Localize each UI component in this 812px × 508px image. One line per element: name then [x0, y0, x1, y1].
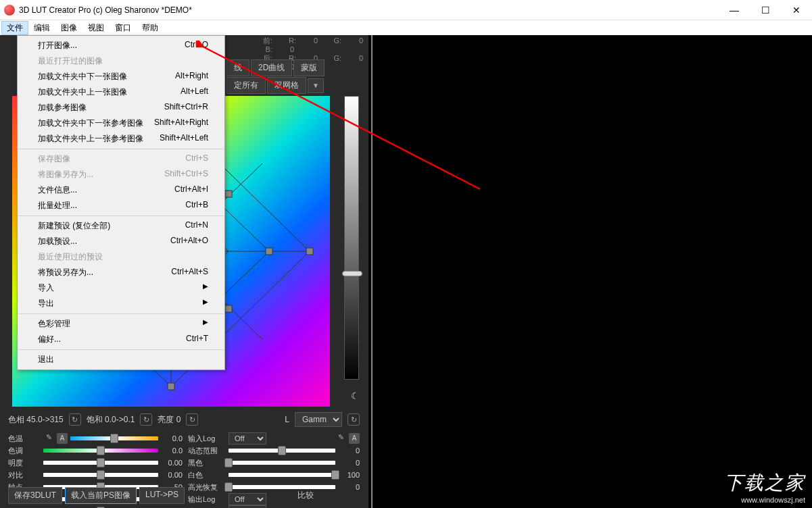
slider-row: 黑色0 [188, 457, 360, 469]
menu-item[interactable]: 加载参考图像Shift+Ctrl+R [18, 100, 224, 116]
slider-row: 色温✎A0.0 [8, 432, 183, 444]
tab-mask[interactable]: 蒙版 [293, 59, 325, 76]
menu-file[interactable]: 文件 [1, 21, 28, 35]
rgb-readout: 前: R:0 G:0 B:0 后: R:0 G:0 B:0 [247, 35, 368, 55]
slider-row: 动态范围0 [188, 444, 360, 457]
slider-knob[interactable] [342, 271, 362, 276]
menu-item[interactable]: 退出 [18, 352, 224, 367]
hue-reset-icon[interactable]: ↻ [69, 413, 81, 426]
slider-label: 明度 [8, 458, 41, 468]
menu-item[interactable]: 加载文件夹中下一张参考图像Shift+Alt+Right [18, 116, 224, 131]
compare-label[interactable]: 比较 [297, 490, 314, 501]
image-viewer [371, 35, 812, 508]
slider-track[interactable] [43, 461, 158, 465]
menu-view[interactable]: 视图 [82, 21, 110, 35]
window-title: 3D LUT Creator Pro (c) Oleg Sharonov *DE… [19, 5, 192, 15]
gamma-reset-icon[interactable]: ↻ [348, 413, 360, 426]
menu-item[interactable]: 加载文件夹中下一张图像Alt+Right [18, 69, 224, 84]
log-panel: 输入LogOff✎A动态范围0黑色0白色100高光恢复0输出LogOff胶片曲线… [188, 432, 360, 508]
slider-label: 黑色 [188, 458, 226, 468]
eyedropper-icon[interactable]: ✎ [335, 433, 346, 444]
close-button[interactable]: ✕ [781, 0, 812, 20]
slider-row: 输入LogOff✎A [188, 432, 360, 444]
menu-item[interactable]: 导入▶ [18, 280, 224, 296]
slider-row: 胶片曲线关闭 [188, 505, 360, 508]
slider-row: 白色100 [188, 469, 360, 481]
slider-track[interactable] [229, 449, 335, 453]
sat-reset-icon[interactable]: ↻ [140, 413, 152, 426]
svg-rect-17 [225, 190, 232, 197]
menu-item[interactable]: 加载文件夹中上一张参考图像Shift+Alt+Left [18, 131, 224, 147]
menu-item[interactable]: 加载预设...Ctrl+Alt+O [18, 234, 224, 249]
param-select[interactable]: 关闭 [229, 505, 266, 508]
lum-label: 亮度 0 [158, 414, 181, 426]
lut-to-ps-button[interactable]: LUT->PS [139, 487, 185, 504]
slider-value: 0 [338, 459, 360, 467]
slider-value: 0.0 [161, 447, 183, 455]
slider-knob[interactable] [110, 434, 118, 443]
slider-knob[interactable] [97, 446, 105, 455]
menu-item[interactable]: 文件信息...Ctrl+Alt+I [18, 182, 224, 198]
slider-value: 0.0 [161, 434, 183, 442]
slider-track[interactable] [229, 473, 335, 477]
slider-knob[interactable] [224, 482, 233, 492]
eyedropper-icon[interactable]: ✎ [43, 433, 54, 444]
slider-value: 0.00 [161, 459, 183, 467]
luminance-slider[interactable] [344, 96, 359, 380]
slider-label: 对比 [8, 470, 41, 480]
slider-knob[interactable] [278, 446, 286, 455]
maximize-button[interactable]: ☐ [750, 0, 781, 20]
slider-label: 高光恢复 [188, 482, 226, 492]
tab-setall[interactable]: 定所有 [226, 77, 266, 94]
auto-button[interactable]: A [349, 433, 360, 444]
slider-track[interactable] [70, 436, 158, 440]
slider-label: 动态范围 [188, 446, 226, 456]
menu-item[interactable]: 将预设另存为...Ctrl+Alt+S [18, 265, 224, 280]
menu-item[interactable]: 加载文件夹中上一张图像Alt+Left [18, 84, 224, 100]
slider-track[interactable] [229, 485, 335, 489]
svg-rect-11 [168, 383, 174, 390]
svg-rect-14 [266, 248, 272, 255]
L-label: L [285, 415, 289, 424]
slider-track[interactable] [229, 461, 335, 465]
moon-icon[interactable]: ☾ [345, 390, 364, 405]
slider-knob[interactable] [97, 470, 105, 480]
load-ps-image-button[interactable]: 载入当前PS图像 [65, 487, 137, 504]
slider-value: 0 [338, 483, 360, 491]
menu-item[interactable]: 导出▶ [18, 296, 224, 311]
minimize-button[interactable]: — [719, 0, 750, 20]
slider-track[interactable] [43, 473, 158, 477]
menu-item[interactable]: 新建预设 (复位全部)Ctrl+N [18, 218, 224, 234]
gamma-select[interactable]: Gamma [295, 412, 342, 427]
slider-value: 0.00 [161, 471, 183, 479]
menu-item[interactable]: 批量处理...Ctrl+B [18, 198, 224, 213]
menu-window[interactable]: 窗口 [110, 21, 137, 35]
slider-track[interactable] [43, 449, 158, 453]
tab-2dcurve[interactable]: 2D曲线 [251, 59, 292, 76]
menu-image[interactable]: 图像 [55, 21, 82, 35]
menu-item[interactable]: 色彩管理▶ [18, 316, 224, 332]
param-select[interactable]: Off [229, 493, 266, 505]
sat-label: 饱和 0.0->0.1 [87, 414, 135, 426]
menu-item: 将图像另存为...Shift+Ctrl+S [18, 167, 224, 182]
slider-row: 色相扭曲0 [8, 505, 183, 508]
auto-button[interactable]: A [57, 433, 68, 444]
menu-item[interactable]: 偏好...Ctrl+T [18, 332, 224, 347]
tab-doublegrid[interactable]: 双网格 [267, 77, 306, 94]
slider-knob[interactable] [97, 458, 105, 467]
lum-reset-icon[interactable]: ↻ [186, 413, 198, 426]
svg-rect-18 [225, 305, 232, 312]
menu-help[interactable]: 帮助 [137, 21, 164, 35]
slider-knob[interactable] [224, 458, 233, 467]
slider-label: 色温 [8, 434, 41, 444]
slider-row: 色调0.0 [8, 444, 183, 457]
menu-edit[interactable]: 编辑 [28, 21, 55, 35]
tab-line[interactable]: 线 [226, 59, 249, 76]
tab-more-dropdown[interactable]: ▼ [308, 78, 324, 93]
slider-row: 高光恢复0 [188, 481, 360, 493]
save-3dlut-button[interactable]: 保存3DLUT [8, 487, 62, 504]
menu-item[interactable]: 打开图像...Ctrl+O [18, 38, 224, 53]
watermark: 下载之家 www.windowszj.net [724, 470, 805, 504]
param-select[interactable]: Off [229, 432, 266, 444]
slider-knob[interactable] [331, 470, 339, 480]
